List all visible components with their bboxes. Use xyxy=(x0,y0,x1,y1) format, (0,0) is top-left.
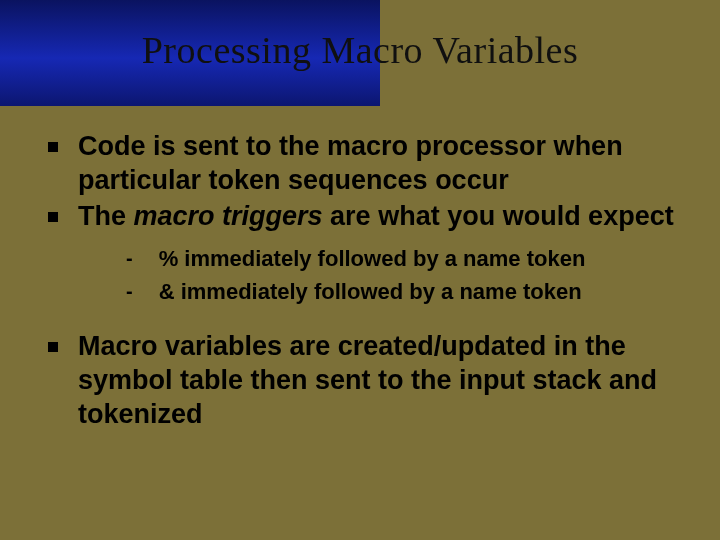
dash-bullet-icon: - xyxy=(126,280,133,303)
sub-bullet-item: - % immediately followed by a name token xyxy=(126,245,680,274)
spacer xyxy=(48,320,680,330)
sub-bullet-text: & immediately followed by a name token xyxy=(159,278,582,307)
bullet-text: The macro triggers are what you would ex… xyxy=(78,200,674,234)
bullet-item: Macro variables are created/updated in t… xyxy=(48,330,680,431)
sub-bullet-text: % immediately followed by a name token xyxy=(159,245,586,274)
bullet-text: Code is sent to the macro processor when… xyxy=(78,130,680,198)
slide-content: Code is sent to the macro processor when… xyxy=(48,130,680,434)
square-bullet-icon xyxy=(48,142,58,152)
bullet-item: The macro triggers are what you would ex… xyxy=(48,200,680,234)
sub-bullet-item: - & immediately followed by a name token xyxy=(126,278,680,307)
dash-bullet-icon: - xyxy=(126,247,133,270)
bullet-text-fragment: are what you would expect xyxy=(323,201,674,231)
square-bullet-icon xyxy=(48,342,58,352)
bullet-item: Code is sent to the macro processor when… xyxy=(48,130,680,198)
sub-bullet-group: - % immediately followed by a name token… xyxy=(126,245,680,306)
bullet-text-fragment: The xyxy=(78,201,134,231)
square-bullet-icon xyxy=(48,212,58,222)
slide-title: Processing Macro Variables xyxy=(0,28,720,72)
bullet-text: Macro variables are created/updated in t… xyxy=(78,330,680,431)
bullet-text-emphasis: macro triggers xyxy=(134,201,323,231)
